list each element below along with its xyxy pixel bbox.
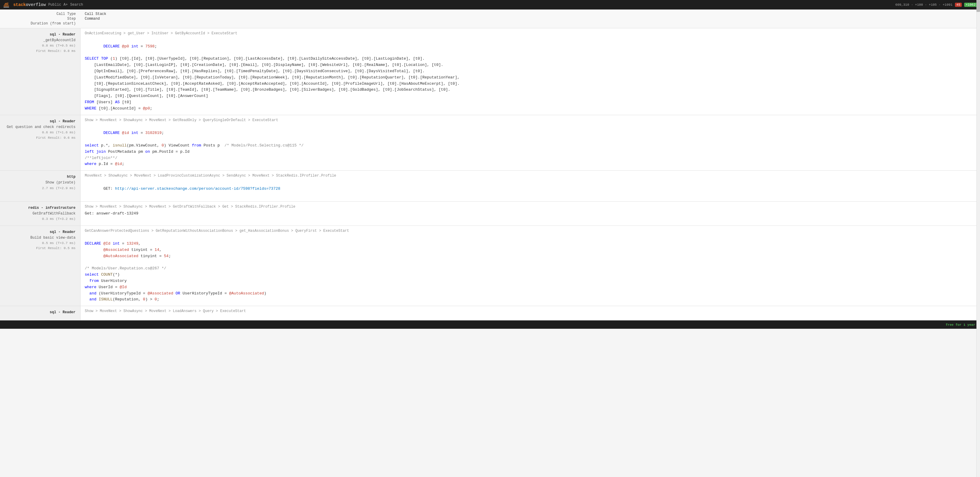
row-redis: redis - infrastructure GetDraftWithFallb… [0, 202, 980, 226]
svg-rect-1 [4, 4, 8, 5]
label-time-4a: 0.3 ms (T+3.2 ms) [42, 216, 75, 222]
label-time-2a: 0.6 ms (T+1.6 ms) [42, 130, 75, 135]
svg-rect-0 [3, 6, 9, 6]
top-bar: stackoverflow Public A+ Search 609,310 ·… [0, 0, 980, 10]
row-label-6: sql - Reader [0, 306, 81, 320]
svg-rect-3 [3, 7, 9, 8]
breadcrumb-6: Show > MoveNext > ShowAsync > MoveNext >… [85, 309, 976, 313]
code-block-1: DECLARE @p0 int = 7598; SELECT TOP (1) [… [85, 37, 976, 112]
row-label-1: sql - Reader _getByAccountId 0.8 ms (T+0… [0, 29, 81, 115]
label-name-1: _getByAccountId [43, 38, 75, 43]
label-type-3: http [67, 174, 75, 180]
label-time-5a: 0.5 ms (T+3.7 ms) [42, 241, 75, 246]
row-label-3: http Show (private) 2.7 ms (T+2.9 ms) [0, 171, 81, 201]
nav-public[interactable]: Public [48, 3, 61, 7]
breadcrumb-2: Show > MoveNext > ShowAsync > MoveNext >… [85, 118, 976, 122]
row-content-4: Show > MoveNext > ShowAsync > MoveNext >… [81, 202, 980, 226]
row-sql-reader-4: sql - Reader Show > MoveNext > ShowAsync… [0, 306, 980, 320]
callstack-row-type: Call Type Call Stack [0, 12, 980, 16]
code-block-3: GET: http://api-server.stackexchange.com… [85, 180, 976, 198]
label-time-1b: First Result: 0.8 ms [36, 49, 75, 54]
code-block-2: DECLARE @id int = 3102819; select p.*, i… [85, 124, 976, 168]
label-name-4: GetDraftWithFallback [33, 211, 75, 216]
site-logo: stackoverflow [3, 2, 46, 8]
breadcrumb-3: MoveNext > ShowAsync > MoveNext > LoadPr… [85, 173, 976, 178]
callstack-row-duration: Duration (from start) [0, 21, 980, 25]
breadcrumb-5: GetCanAnswerProtectedQuestions > GetRepu… [85, 229, 976, 233]
nav-a-plus[interactable]: A+ [64, 3, 68, 7]
scrollbar-thumb[interactable] [977, 0, 980, 12]
rep-count: +1062 [964, 3, 977, 7]
bottom-bar: free for 1 year [0, 320, 980, 329]
top-bar-right: 609,310 · +100 · +105 · +1091 45 +1062 [895, 3, 977, 7]
label-time-3a: 2.7 ms (T+2.9 ms) [42, 186, 75, 191]
callstack-header: Call Type Call Stack Step Command Durati… [0, 10, 980, 29]
duration-label: Duration (from start) [0, 21, 81, 25]
label-type-5: sql - Reader [50, 229, 75, 235]
free-label: free for 1 year [946, 323, 975, 327]
step-value: Command [81, 17, 100, 21]
row-content-2: Show > MoveNext > ShowAsync > MoveNext >… [81, 115, 980, 171]
nav-search[interactable]: Search [70, 3, 83, 7]
callstack-row-step: Step Command [0, 17, 980, 21]
label-time-2b: First Result: 0.6 ms [36, 135, 75, 141]
row-sql-reader-2: sql - Reader Get question and check redi… [0, 115, 980, 171]
row-http: http Show (private) 2.7 ms (T+2.9 ms) Mo… [0, 171, 980, 201]
label-type-2: sql - Reader [50, 119, 75, 124]
label-name-2: Get question and check redirects [7, 124, 75, 130]
row-content-6: Show > MoveNext > ShowAsync > MoveNext >… [81, 306, 980, 320]
row-label-4: redis - infrastructure GetDraftWithFallb… [0, 202, 81, 226]
label-time-5b: First Result: 0.5 ms [36, 246, 75, 251]
scrollbar-right[interactable] [977, 0, 980, 329]
label-type-1: sql - Reader [50, 32, 75, 38]
label-type-6: sql - Reader [50, 310, 75, 315]
row-label-2: sql - Reader Get question and check redi… [0, 115, 81, 171]
label-type-4: redis - infrastructure [29, 205, 75, 211]
label-time-1a: 0.8 ms (T+0.5 ms) [42, 43, 75, 49]
breadcrumb-4: Show > MoveNext > ShowAsync > MoveNext >… [85, 205, 976, 209]
step-label: Step [0, 17, 81, 21]
badge-count: 45 [955, 3, 962, 7]
row-sql-reader-3: sql - Reader Build basic view-data 0.5 m… [0, 226, 980, 306]
stats-display: 609,310 · +100 · +105 · +1091 [895, 3, 952, 6]
code-block-4: Get: answer-draft-13249 [85, 211, 976, 217]
call-type-label: Call Type [0, 12, 81, 16]
row-label-5: sql - Reader Build basic view-data 0.5 m… [0, 226, 81, 306]
row-content-3: MoveNext > ShowAsync > MoveNext > LoadPr… [81, 171, 980, 201]
code-block-5: DECLARE @Id int = 13249, @Associated tin… [85, 235, 976, 303]
row-sql-reader-1: sql - Reader _getByAccountId 0.8 ms (T+0… [0, 29, 980, 115]
call-type-value: Call Stack [81, 12, 106, 16]
row-content-5: GetCanAnswerProtectedQuestions > GetRepu… [81, 226, 980, 306]
breadcrumb-1: OnActionExecuting > get_User > InitUser … [85, 31, 976, 35]
svg-rect-2 [5, 3, 8, 4]
label-name-5: Build basic view-data [30, 235, 75, 241]
page-container: stackoverflow Public A+ Search 609,310 ·… [0, 0, 980, 329]
label-name-3: Show (private) [45, 180, 75, 186]
row-content-1: OnActionExecuting > get_User > InitUser … [81, 29, 980, 115]
